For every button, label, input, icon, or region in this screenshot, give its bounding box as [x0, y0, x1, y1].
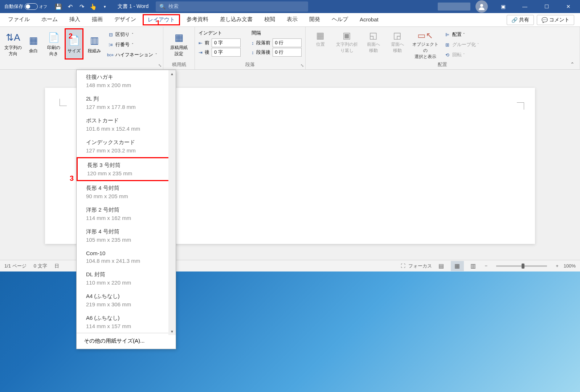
page-count[interactable]: 1/1 ページ: [4, 263, 26, 269]
tab-draw[interactable]: 描画: [87, 14, 108, 26]
selection-pane-button[interactable]: ▭↖オブジェクトの 選択と表示: [410, 28, 441, 62]
tab-developer[interactable]: 開発: [304, 14, 325, 26]
paragraph-group: インデント ⇤前 ⇥後 間隔 ↕段落前 ↕段落後 段落 ⤡: [195, 27, 306, 69]
zoom-in-icon[interactable]: +: [554, 263, 561, 269]
ribbon-display-icon[interactable]: ▣: [493, 0, 513, 13]
scrollbar[interactable]: ▲ ▼: [168, 70, 176, 335]
size-option-0[interactable]: 往復ハガキ148 mm x 200 mm: [77, 70, 176, 92]
comment-button[interactable]: 💬コメント: [537, 15, 574, 25]
tab-layout[interactable]: レイアウト: [143, 14, 180, 25]
undo-icon[interactable]: ↶: [65, 1, 75, 12]
text-direction-button[interactable]: ⇅A文字列の 方向: [4, 28, 23, 60]
chevron-down-icon: ˅: [132, 33, 134, 36]
line-numbers-button[interactable]: ⁝≡行番号˅: [105, 40, 159, 49]
indent-after-input[interactable]: [212, 48, 241, 57]
customize-qat-icon[interactable]: ▾: [99, 1, 110, 12]
zoom-slider[interactable]: [496, 265, 547, 267]
spacing-after-input[interactable]: [273, 48, 302, 57]
chevron-down-icon: ˅: [463, 53, 465, 57]
zoom-level[interactable]: 100%: [564, 263, 576, 269]
tab-help[interactable]: ヘルプ: [327, 14, 353, 26]
size-option-dimensions: 90 mm x 205 mm: [86, 193, 166, 199]
autosave-state: オフ: [39, 4, 47, 9]
size-option-5[interactable]: 長形 4 号封筒90 mm x 205 mm: [77, 181, 176, 203]
size-option-dimensions: 101.6 mm x 152.4 mm: [86, 126, 166, 132]
hyphenation-button[interactable]: bca-ハイフネーション˅: [105, 50, 159, 60]
collapse-ribbon-icon[interactable]: ⌃: [570, 61, 575, 67]
redo-icon[interactable]: ↷: [76, 1, 87, 12]
spacing-before-input[interactable]: [273, 38, 302, 47]
ribbon: ⇅A文字列の 方向 ▦余白 📄印刷の 向き 📄サイズ ▥段組み ⊟区切り˅ ⁝≡…: [0, 27, 580, 70]
word-count[interactable]: 0 文字: [34, 263, 47, 269]
size-option-3[interactable]: インデックスカード127 mm x 203.2 mm: [77, 135, 176, 157]
tab-view[interactable]: 表示: [282, 14, 303, 26]
autosave-toggle[interactable]: 自動保存 オフ: [1, 3, 50, 10]
touch-mode-icon[interactable]: 👆: [88, 1, 99, 12]
user-name-box[interactable]: [438, 3, 470, 11]
tab-mailings[interactable]: 差し込み文書: [215, 14, 258, 26]
rotate-icon: ⟲: [444, 52, 451, 58]
annotation-marker-3: 3: [70, 174, 74, 183]
size-button[interactable]: 📄サイズ: [65, 28, 83, 60]
manuscript-button[interactable]: ▦原稿用紙 設定: [167, 28, 191, 60]
indent-label: インデント: [199, 30, 241, 36]
size-option-11[interactable]: A6 (ふちなし)114 mm x 157 mm: [77, 311, 176, 333]
chevron-down-icon: ˅: [155, 53, 157, 57]
tab-insert[interactable]: 挿入: [64, 14, 85, 26]
margins-icon: ▦: [27, 34, 40, 47]
size-option-4[interactable]: 長形 3 号封筒120 mm x 235 mm: [77, 157, 176, 181]
dialog-launcher-icon[interactable]: ⤡: [158, 63, 162, 68]
orientation-icon: 📄: [47, 31, 60, 44]
size-option-title: 洋形 4 号封筒: [86, 228, 166, 235]
share-button[interactable]: 🔗共有: [507, 15, 534, 25]
tab-review[interactable]: 校閲: [259, 14, 280, 26]
tab-home[interactable]: ホーム: [36, 14, 63, 26]
size-option-9[interactable]: DL 封筒110 mm x 220 mm: [77, 268, 176, 289]
dialog-launcher-icon[interactable]: ⤡: [301, 63, 304, 68]
scroll-up-icon[interactable]: ▲: [168, 70, 176, 77]
close-icon[interactable]: ✕: [558, 0, 579, 13]
toggle-switch-icon[interactable]: [25, 3, 38, 10]
read-mode-icon[interactable]: ▤: [435, 261, 448, 271]
manuscript-group: ▦原稿用紙 設定 稿用紙: [163, 27, 195, 69]
size-option-title: 往復ハガキ: [86, 74, 166, 81]
rotate-button: ⟲回転˅: [442, 50, 481, 60]
share-icon: 🔗: [511, 17, 518, 23]
size-option-2[interactable]: ポストカード101.6 mm x 152.4 mm: [77, 114, 176, 135]
focus-mode-button[interactable]: フォーカス: [408, 263, 432, 269]
columns-button[interactable]: ▥段組み: [85, 28, 104, 60]
group-icon: ⊞: [444, 41, 451, 48]
minimize-icon[interactable]: —: [515, 0, 535, 13]
size-option-title: 長形 3 号封筒: [87, 162, 165, 169]
scroll-down-icon[interactable]: ▼: [168, 328, 176, 335]
print-layout-icon[interactable]: ▦: [451, 261, 464, 271]
language-indicator[interactable]: 日: [54, 263, 59, 269]
search-box[interactable]: 🔍 検索: [156, 1, 308, 12]
web-layout-icon[interactable]: ▥: [467, 261, 480, 271]
size-option-1[interactable]: 2L 判127 mm x 177.8 mm: [77, 92, 176, 114]
orientation-button[interactable]: 📄印刷の 向き: [44, 28, 63, 60]
tab-file[interactable]: ファイル: [3, 14, 35, 26]
align-button[interactable]: ⊫配置˅: [442, 30, 481, 39]
user-avatar-icon[interactable]: [475, 0, 488, 13]
tab-references[interactable]: 参考資料: [181, 14, 213, 26]
quick-access-toolbar: 💾 ↶ ↷ 👆 ▾: [53, 1, 110, 12]
maximize-icon[interactable]: ☐: [536, 0, 557, 13]
size-option-7[interactable]: 洋形 4 号封筒105 mm x 235 mm: [77, 225, 176, 246]
margins-button[interactable]: ▦余白: [24, 28, 43, 60]
size-option-title: 洋形 2 号封筒: [86, 207, 166, 213]
size-option-10[interactable]: A4 (ふちなし)219 mm x 306 mm: [77, 289, 176, 311]
save-icon[interactable]: 💾: [53, 1, 64, 12]
chevron-down-icon: ˅: [132, 43, 134, 46]
bring-forward-button: ◱前面へ 移動: [362, 28, 385, 62]
zoom-out-icon[interactable]: −: [483, 263, 490, 269]
size-option-8[interactable]: Com-10104.8 mm x 241.3 mm: [77, 246, 176, 268]
tab-acrobat[interactable]: Acrobat: [355, 14, 384, 26]
size-option-title: Com-10: [86, 250, 166, 256]
indent-before-input[interactable]: [212, 38, 241, 47]
breaks-button[interactable]: ⊟区切り˅: [105, 30, 159, 39]
tab-design[interactable]: デザイン: [109, 14, 141, 26]
more-paper-sizes[interactable]: その他の用紙サイズ(A)...: [77, 333, 176, 349]
margin-corner-icon: [517, 102, 524, 110]
size-option-6[interactable]: 洋形 2 号封筒114 mm x 162 mm: [77, 203, 176, 225]
